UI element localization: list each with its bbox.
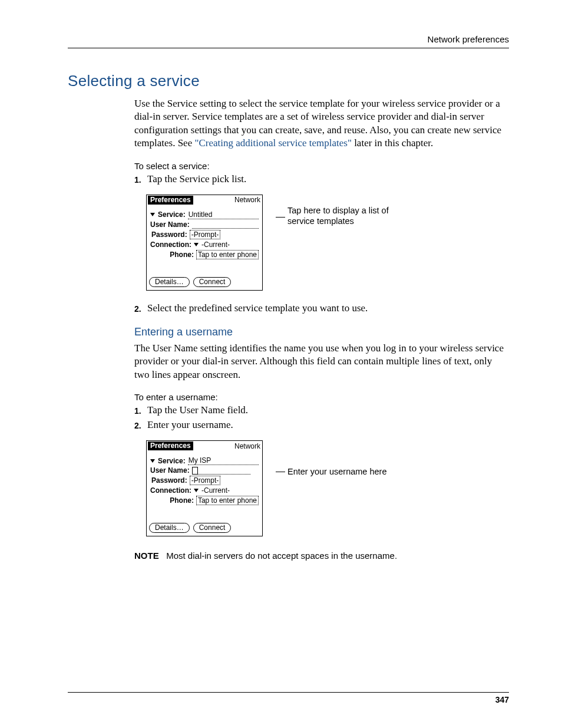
- palm-buttons: Details… Connect: [147, 521, 262, 536]
- details-button[interactable]: Details…: [149, 277, 190, 287]
- phone-label: Phone:: [170, 251, 194, 259]
- procedure-title-username: To enter a username:: [134, 392, 509, 402]
- steps-select-service-2: 2.Select the predefined service template…: [134, 302, 509, 315]
- step-number: 2.: [134, 419, 143, 432]
- service-row[interactable]: Service: Untitled: [150, 210, 259, 219]
- step-item: 2.Enter your username.: [134, 419, 509, 432]
- username-label: User Name:: [150, 466, 190, 475]
- step-text: Enter your username.: [147, 419, 233, 432]
- step-text: Tap the User Name field.: [147, 404, 248, 417]
- phone-row: Phone: Tap to enter phone: [150, 496, 259, 505]
- password-field[interactable]: -Prompt-: [190, 230, 221, 239]
- connect-button[interactable]: Connect: [193, 277, 232, 287]
- connection-value[interactable]: -Current-: [201, 241, 230, 249]
- link-creating-templates[interactable]: "Creating additional service templates": [194, 137, 351, 149]
- heading-selecting-service: Selecting a service: [68, 72, 509, 90]
- password-field[interactable]: -Prompt-: [190, 476, 221, 485]
- step-item: 2.Select the predefined service template…: [134, 302, 509, 315]
- step-text: Select the predefined service template y…: [147, 302, 368, 315]
- dropdown-icon: [150, 459, 155, 463]
- connection-label: Connection:: [150, 486, 191, 495]
- username-row: User Name:: [150, 220, 259, 229]
- step-number: 1.: [134, 404, 143, 417]
- password-label: Password:: [151, 230, 187, 239]
- service-label: Service:: [158, 210, 186, 219]
- dropdown-icon: [150, 213, 155, 216]
- username-field-cursor[interactable]: [192, 467, 198, 475]
- callout-leader: [276, 217, 285, 218]
- step-number: 2.: [134, 302, 143, 315]
- phone-field[interactable]: Tap to enter phone: [196, 496, 259, 505]
- username-row: User Name:: [150, 466, 259, 475]
- palm-category[interactable]: Network: [234, 196, 260, 204]
- phone-row: Phone: Tap to enter phone: [150, 250, 259, 259]
- password-row: Password: -Prompt-: [150, 230, 259, 239]
- palm-body: Service: My ISP User Name: Password: -Pr…: [147, 451, 262, 509]
- palm-buttons: Details… Connect: [147, 275, 262, 290]
- username-label: User Name:: [150, 220, 190, 229]
- service-value[interactable]: My ISP: [188, 456, 259, 465]
- connection-label: Connection:: [150, 241, 191, 249]
- username-paragraph: The User Name setting identifies the nam…: [134, 342, 509, 381]
- password-label: Password:: [151, 476, 187, 485]
- note: NOTE Most dial-in servers do not accept …: [134, 551, 509, 561]
- palm-title-text: Preferences: [148, 196, 193, 205]
- password-row: Password: -Prompt-: [150, 476, 259, 485]
- username-field[interactable]: [192, 220, 259, 229]
- palm-screenshot: Preferences Network Service: My ISP User…: [146, 440, 263, 536]
- connection-row: Connection: -Current-: [150, 486, 259, 495]
- palm-screenshot: Preferences Network Service: Untitled Us…: [146, 195, 263, 291]
- intro-paragraph: Use the Service setting to select the se…: [134, 97, 509, 150]
- callout-leader: [276, 472, 285, 472]
- running-header: Network preferences: [68, 34, 509, 44]
- callout-text: Enter your username here: [287, 466, 386, 477]
- palm-titlebar: Preferences Network: [147, 441, 262, 451]
- steps-select-service: 1.Tap the Service pick list.: [134, 173, 509, 186]
- palm-body: Service: Untitled User Name: Password: -…: [147, 205, 262, 263]
- step-number: 1.: [134, 173, 143, 186]
- page: Network preferences Selecting a service …: [0, 0, 562, 728]
- phone-label: Phone:: [170, 496, 194, 505]
- bottom-rule: [68, 692, 509, 693]
- details-button[interactable]: Details…: [149, 523, 190, 533]
- steps-enter-username: 1.Tap the User Name field. 2.Enter your …: [134, 404, 509, 432]
- note-text: Most dial-in servers do not accept space…: [166, 551, 397, 561]
- step-item: 1.Tap the Service pick list.: [134, 173, 509, 186]
- intro-part2: later in this chapter.: [352, 137, 433, 149]
- connection-row: Connection: -Current-: [150, 241, 259, 249]
- dropdown-icon: [194, 243, 199, 246]
- body-column: Use the Service setting to select the se…: [134, 97, 509, 561]
- palm-category[interactable]: Network: [234, 442, 260, 450]
- note-label: NOTE: [134, 551, 159, 561]
- palm-title-text: Preferences: [148, 442, 193, 450]
- service-label: Service:: [158, 457, 186, 465]
- figure-service-picklist: Preferences Network Service: Untitled Us…: [146, 195, 509, 291]
- service-value[interactable]: Untitled: [188, 210, 259, 219]
- procedure-title-select: To select a service:: [134, 161, 509, 171]
- figure-username-entry: Preferences Network Service: My ISP User…: [146, 440, 509, 536]
- page-footer: 347: [68, 674, 509, 704]
- top-rule: [68, 48, 509, 48]
- connect-button[interactable]: Connect: [193, 523, 232, 533]
- step-text: Tap the Service pick list.: [147, 173, 246, 186]
- step-item: 1.Tap the User Name field.: [134, 404, 509, 417]
- palm-titlebar: Preferences Network: [147, 195, 262, 205]
- phone-field[interactable]: Tap to enter phone: [196, 250, 259, 259]
- connection-value[interactable]: -Current-: [201, 486, 230, 495]
- dropdown-icon: [194, 489, 199, 492]
- callout-text: Tap here to display a list of service te…: [287, 205, 399, 226]
- service-row[interactable]: Service: My ISP: [150, 456, 259, 465]
- page-number: 347: [68, 695, 509, 704]
- heading-entering-username: Entering a username: [134, 326, 509, 338]
